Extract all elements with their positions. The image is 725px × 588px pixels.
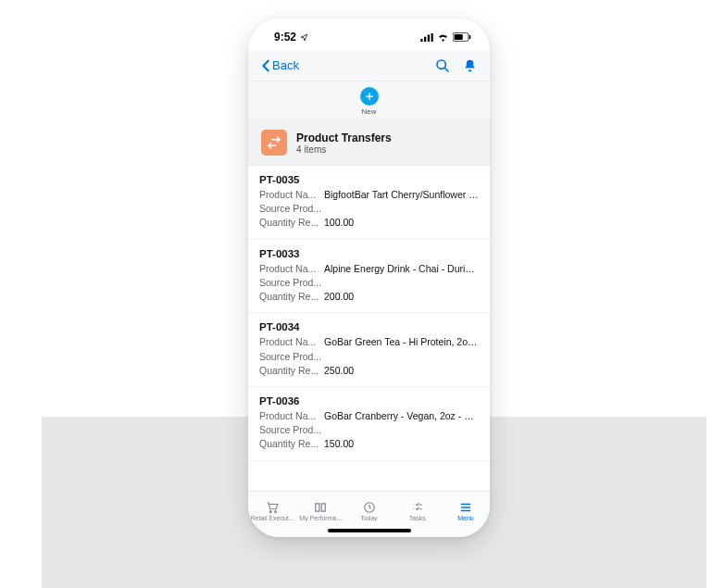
field-value-source: [324, 276, 479, 290]
svg-rect-5: [455, 34, 463, 40]
tab-tasks[interactable]: Tasks: [394, 492, 442, 530]
field-value-product: GoBar Green Tea - Hi Protein, 2oz -...: [324, 335, 479, 349]
record-item[interactable]: PT-0036 Product Na... GoBar Cranberry - …: [248, 387, 490, 461]
tab-label: Retail Execut...: [251, 515, 294, 521]
svg-rect-1: [424, 36, 426, 41]
field-label-product: Product Na...: [259, 409, 324, 423]
bell-icon: [463, 58, 477, 73]
cellular-icon: [420, 33, 433, 42]
record-id: PT-0034: [259, 321, 479, 332]
records-list[interactable]: PT-0035 Product Na... BigfootBar Tart Ch…: [248, 166, 490, 491]
record-item[interactable]: PT-0033 Product Na... Alpine Energy Drin…: [248, 240, 490, 314]
chevron-left-icon: [261, 59, 270, 72]
record-field: Source Prod...: [259, 276, 479, 290]
tab-label: Tasks: [409, 515, 426, 521]
record-field: Source Prod...: [259, 202, 479, 216]
tab-my-performa-[interactable]: My Performa...: [296, 492, 344, 530]
new-button[interactable]: [360, 87, 379, 106]
back-label: Back: [272, 58, 299, 72]
svg-rect-3: [431, 33, 433, 42]
field-value-quantity: 100.00: [324, 216, 479, 230]
field-label-quantity: Quantity Re...: [259, 290, 324, 304]
book-icon: [313, 501, 328, 514]
nav-actions: [435, 58, 477, 73]
location-arrow-icon: [300, 33, 308, 42]
field-label-source: Source Prod...: [259, 423, 324, 437]
list-header: Product Transfers 4 items: [248, 120, 490, 166]
record-field: Quantity Re... 250.00: [259, 364, 479, 378]
record-id: PT-0033: [259, 248, 479, 259]
record-id: PT-0035: [259, 174, 479, 185]
field-value-quantity: 200.00: [324, 290, 479, 304]
field-label-product: Product Na...: [259, 335, 324, 349]
field-label-product: Product Na...: [259, 262, 324, 276]
cart-icon: [265, 501, 280, 514]
status-indicators: [420, 32, 471, 42]
record-field: Quantity Re... 200.00: [259, 290, 479, 304]
field-label-source: Source Prod...: [259, 276, 324, 290]
plus-icon: [365, 92, 374, 101]
new-action-bar: New: [248, 81, 490, 120]
field-value-source: [324, 202, 479, 216]
back-button[interactable]: Back: [261, 58, 299, 72]
field-value-quantity: 250.00: [324, 364, 479, 378]
battery-icon: [453, 32, 471, 42]
record-field: Product Na... BigfootBar Tart Cherry/Sun…: [259, 188, 479, 202]
record-field: Quantity Re... 150.00: [259, 437, 479, 451]
field-value-product: GoBar Cranberry - Vegan, 2oz - 24 ...: [324, 409, 479, 423]
field-label-source: Source Prod...: [259, 202, 324, 216]
record-field: Product Na... GoBar Cranberry - Vegan, 2…: [259, 409, 479, 423]
record-field: Quantity Re... 100.00: [259, 216, 479, 230]
phone-frame: 9:52 Back New: [248, 19, 490, 537]
tab-retail-execut-[interactable]: Retail Execut...: [248, 492, 296, 530]
menu-icon: [458, 501, 473, 514]
field-value-source: [324, 423, 479, 437]
nav-bar: Back: [248, 50, 490, 81]
record-item[interactable]: PT-0034 Product Na... GoBar Green Tea - …: [248, 313, 490, 387]
svg-rect-0: [420, 39, 422, 42]
record-field: Source Prod...: [259, 350, 479, 364]
field-label-quantity: Quantity Re...: [259, 216, 324, 230]
field-label-quantity: Quantity Re...: [259, 364, 324, 378]
record-id: PT-0036: [259, 395, 479, 407]
svg-rect-6: [469, 35, 471, 40]
field-value-product: BigfootBar Tart Cherry/Sunflower -...: [324, 188, 479, 202]
status-bar: 9:52: [248, 19, 490, 50]
checklist-icon: [410, 501, 425, 514]
search-icon: [435, 58, 450, 73]
transfer-icon: [261, 130, 287, 156]
field-value-product: Alpine Energy Drink - Chai - During...: [324, 262, 479, 276]
list-subtitle: 4 items: [296, 144, 392, 155]
tab-menu[interactable]: Menu: [442, 492, 490, 530]
notifications-button[interactable]: [463, 58, 477, 73]
tab-label: Today: [360, 515, 378, 521]
record-field: Product Na... GoBar Green Tea - Hi Prote…: [259, 335, 479, 349]
search-button[interactable]: [435, 58, 450, 73]
clock-icon: [362, 501, 377, 514]
record-item[interactable]: PT-0035 Product Na... BigfootBar Tart Ch…: [248, 166, 490, 240]
list-title: Product Transfers: [296, 131, 392, 144]
field-value-source: [324, 350, 479, 364]
tab-label: My Performa...: [299, 515, 342, 521]
record-field: Source Prod...: [259, 423, 479, 437]
record-field: Product Na... Alpine Energy Drink - Chai…: [259, 262, 479, 276]
list-header-text: Product Transfers 4 items: [296, 131, 392, 155]
svg-line-8: [444, 68, 448, 71]
tab-label: Menu: [457, 515, 474, 521]
status-time-group: 9:52: [274, 31, 308, 44]
field-label-product: Product Na...: [259, 188, 324, 202]
field-label-quantity: Quantity Re...: [259, 437, 324, 451]
field-label-source: Source Prod...: [259, 350, 324, 364]
svg-point-11: [269, 510, 271, 512]
status-time: 9:52: [274, 31, 296, 44]
svg-point-12: [275, 510, 277, 512]
new-button-label: New: [361, 107, 376, 116]
svg-rect-2: [428, 34, 430, 42]
wifi-icon: [437, 33, 449, 42]
tab-today[interactable]: Today: [344, 492, 393, 530]
field-value-quantity: 150.00: [324, 437, 479, 451]
home-indicator[interactable]: [328, 529, 411, 532]
